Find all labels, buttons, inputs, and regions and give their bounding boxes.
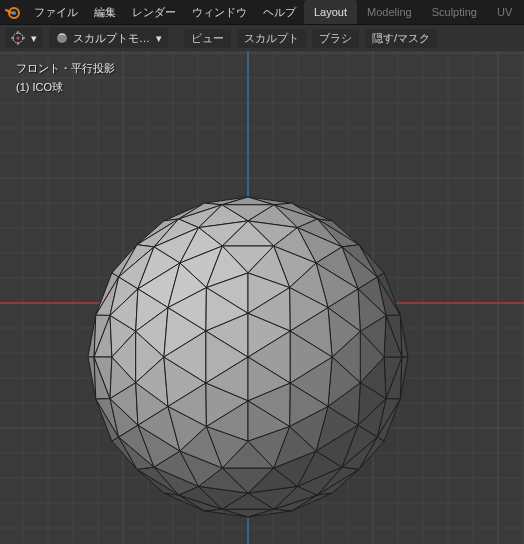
menu-help[interactable]: ヘルプ xyxy=(255,2,304,23)
cursor-icon xyxy=(11,31,25,45)
cursor-pivot-dropdown[interactable]: ▾ xyxy=(5,28,43,48)
menu-edit[interactable]: 編集 xyxy=(86,2,124,23)
ico-sphere-mesh[interactable] xyxy=(82,191,414,523)
tab-modeling[interactable]: Modeling xyxy=(357,0,422,24)
workspace-tabs: Layout Modeling Sculpting UV xyxy=(304,0,522,24)
viewport-overlay-text: フロント・平行投影 (1) ICO球 xyxy=(16,61,115,95)
svg-point-3 xyxy=(17,37,20,40)
menu-window[interactable]: ウィンドウ xyxy=(184,2,255,23)
viewport-header: ▾ スカルプトモ… ▾ ビュー スカルプト ブラシ 隠す/マスク xyxy=(0,25,524,51)
blender-logo-icon[interactable] xyxy=(4,3,20,21)
header-hide-mask[interactable]: 隠す/マスク xyxy=(365,29,437,48)
tab-uv[interactable]: UV xyxy=(487,0,522,24)
mode-label: スカルプトモ… xyxy=(73,31,150,46)
header-sculpt[interactable]: スカルプト xyxy=(237,29,306,48)
menu-file[interactable]: ファイル xyxy=(26,2,86,23)
chevron-down-icon: ▾ xyxy=(156,32,162,45)
top-menu-bar: ファイル 編集 レンダー ウィンドウ ヘルプ Layout Modeling S… xyxy=(0,0,524,25)
object-name-label: (1) ICO球 xyxy=(16,80,115,95)
mode-selector[interactable]: スカルプトモ… ▾ xyxy=(49,28,168,48)
header-brush[interactable]: ブラシ xyxy=(312,29,359,48)
tab-layout[interactable]: Layout xyxy=(304,0,357,24)
tab-sculpting[interactable]: Sculpting xyxy=(422,0,487,24)
chevron-down-icon: ▾ xyxy=(31,32,37,45)
3d-viewport[interactable]: フロント・平行投影 (1) ICO球 xyxy=(0,51,524,544)
view-name-label: フロント・平行投影 xyxy=(16,61,115,76)
header-view[interactable]: ビュー xyxy=(184,29,231,48)
menu-render[interactable]: レンダー xyxy=(124,2,184,23)
sculpt-mode-icon xyxy=(55,31,69,45)
